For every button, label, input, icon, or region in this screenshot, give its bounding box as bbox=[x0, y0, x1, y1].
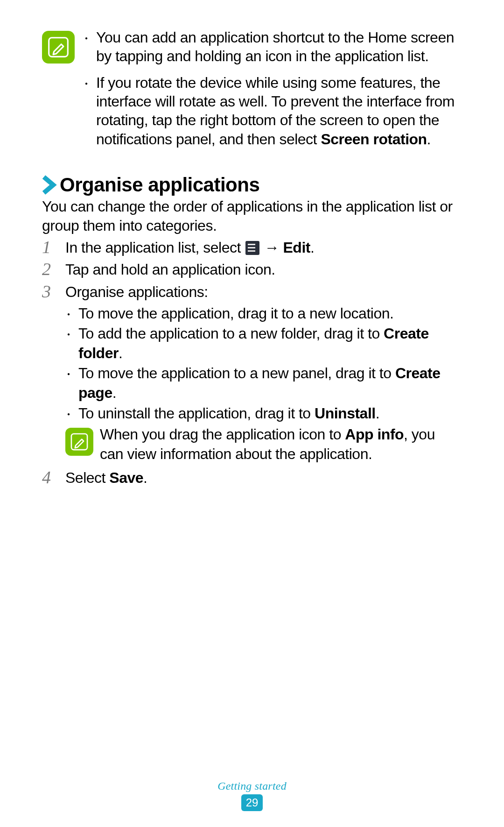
note-block: You can add an application shortcut to t… bbox=[42, 28, 462, 149]
note-text-segment: . bbox=[427, 131, 431, 148]
text-segment: To add the application to a new folder, … bbox=[78, 325, 384, 342]
steps-list: 1 In the application list, select → Edit… bbox=[42, 238, 462, 488]
bullet-dot bbox=[65, 404, 78, 424]
text-segment: Select bbox=[65, 469, 109, 486]
text-segment: . bbox=[143, 469, 147, 486]
page-footer: Getting started 29 bbox=[0, 780, 504, 811]
sub-bullet: To uninstall the application, drag it to… bbox=[65, 404, 462, 424]
bold-term: Edit bbox=[283, 239, 310, 256]
inline-note: When you drag the application icon to Ap… bbox=[65, 425, 462, 464]
text-segment: . bbox=[376, 405, 379, 422]
text-segment: . bbox=[119, 345, 122, 361]
sub-bullet-text: To move the application, drag it to a ne… bbox=[78, 304, 393, 324]
bullet-dot bbox=[65, 364, 78, 383]
step-number: 3 bbox=[42, 283, 61, 301]
note-pencil-icon bbox=[42, 31, 75, 64]
bold-term: Screen rotation bbox=[321, 131, 427, 148]
text-segment: To uninstall the application, drag it to bbox=[78, 405, 315, 422]
sub-bullet: To add the application to a new folder, … bbox=[65, 324, 462, 363]
sub-bullet-text: To add the application to a new folder, … bbox=[78, 324, 462, 363]
step-body: Tap and hold an application icon. bbox=[65, 260, 462, 280]
step-text: . bbox=[310, 239, 314, 256]
bullet-dot bbox=[83, 73, 96, 92]
step-item: 3 Organise applications: To move the app… bbox=[42, 283, 462, 464]
bold-term: Uninstall bbox=[315, 405, 376, 422]
sub-bullet-text: To uninstall the application, drag it to… bbox=[78, 404, 379, 424]
sub-bullet: To move the application, drag it to a ne… bbox=[65, 304, 462, 324]
inline-note-text: When you drag the application icon to Ap… bbox=[100, 425, 462, 464]
bullet-dot bbox=[65, 304, 78, 324]
section-heading: Organise applications bbox=[42, 174, 462, 196]
menu-icon bbox=[245, 241, 259, 255]
step-item: 2 Tap and hold an application icon. bbox=[42, 260, 462, 280]
step-number: 2 bbox=[42, 260, 61, 279]
sub-bullet-text: To move the application to a new panel, … bbox=[78, 364, 462, 403]
chevron-right-icon bbox=[42, 175, 57, 195]
step-body: In the application list, select → Edit. bbox=[65, 238, 462, 258]
step-title: Organise applications: bbox=[65, 283, 462, 302]
bullet-dot bbox=[83, 28, 96, 47]
note-bullet: You can add an application shortcut to t… bbox=[83, 28, 462, 67]
text-segment: To move the application to a new panel, … bbox=[78, 365, 395, 382]
step-number: 1 bbox=[42, 238, 61, 257]
bold-term: App info bbox=[345, 426, 404, 443]
note-body: You can add an application shortcut to t… bbox=[83, 28, 462, 149]
section-title: Organise applications bbox=[60, 174, 259, 196]
note-text: You can add an application shortcut to t… bbox=[96, 28, 462, 66]
bold-term: Save bbox=[109, 469, 143, 486]
section-intro: You can change the order of applications… bbox=[42, 197, 462, 235]
note-bullet: If you rotate the device while using som… bbox=[83, 73, 462, 149]
bullet-dot bbox=[65, 324, 78, 344]
step-number: 4 bbox=[42, 468, 61, 487]
note-pencil-icon bbox=[65, 428, 93, 456]
step-item: 4 Select Save. bbox=[42, 468, 462, 488]
step-body: Select Save. bbox=[65, 468, 462, 488]
sub-bullets: To move the application, drag it to a ne… bbox=[65, 304, 462, 424]
footer-section-name: Getting started bbox=[0, 780, 504, 792]
manual-page: You can add an application shortcut to t… bbox=[0, 0, 504, 827]
text-segment: . bbox=[112, 384, 116, 401]
page-number-badge: 29 bbox=[241, 794, 263, 811]
step-item: 1 In the application list, select → Edit… bbox=[42, 238, 462, 258]
step-body: Organise applications: To move the appli… bbox=[65, 283, 462, 464]
step-text: In the application list, select bbox=[65, 239, 245, 256]
text-segment: When you drag the application icon to bbox=[100, 426, 345, 443]
note-text: If you rotate the device while using som… bbox=[96, 73, 462, 148]
sub-bullet: To move the application to a new panel, … bbox=[65, 364, 462, 403]
arrow-text: → bbox=[260, 239, 283, 256]
